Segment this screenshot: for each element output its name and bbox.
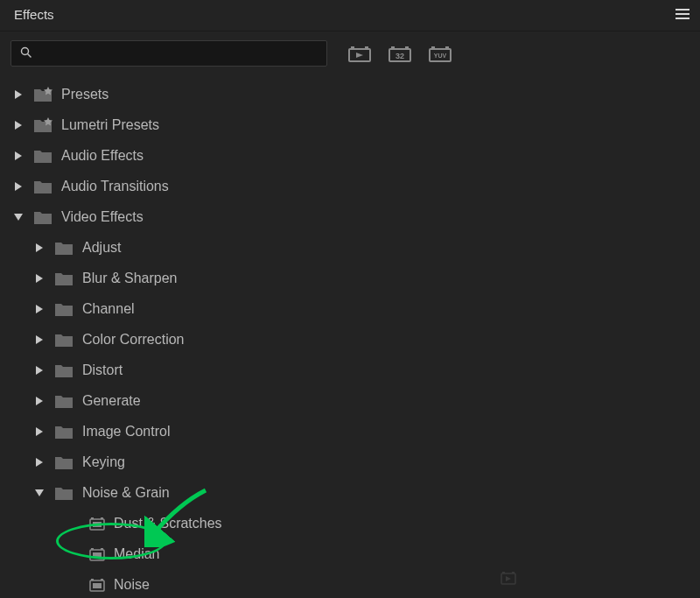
- svg-rect-19: [93, 522, 102, 527]
- filter-32bit-button[interactable]: 32: [385, 43, 415, 65]
- tree-item-label: Lumetri Presets: [61, 117, 159, 133]
- tree-item-channel[interactable]: Channel: [7, 293, 693, 324]
- effect-label: Noise: [114, 577, 150, 593]
- tree-item-label: Audio Effects: [61, 148, 144, 164]
- tree-item-lumetri-presets[interactable]: Lumetri Presets: [7, 109, 693, 140]
- tree-item-label: Color Correction: [82, 332, 184, 348]
- effect-dust-scratches[interactable]: • Dust & Scratches: [7, 508, 693, 538]
- tree-item-label: Blur & Sharpen: [82, 271, 178, 286]
- tree-item-audio-transitions[interactable]: Audio Transitions: [7, 171, 693, 201]
- tree-item-color-correction[interactable]: Color Correction: [7, 324, 693, 355]
- chevron-down-icon: [33, 489, 46, 496]
- tree-item-presets[interactable]: Presets: [7, 79, 693, 109]
- svg-point-3: [22, 47, 29, 54]
- chevron-right-icon: [12, 151, 24, 160]
- tree-item-label: Noise & Grain: [82, 485, 170, 501]
- tree-item-label: Generate: [82, 393, 141, 409]
- folder-star-icon: [33, 87, 52, 102]
- svg-text:32: 32: [396, 52, 404, 60]
- tree-item-keying[interactable]: Keying: [7, 447, 693, 477]
- panel-title: Effects: [14, 7, 54, 22]
- tree-item-video-effects[interactable]: Video Effects: [7, 201, 693, 232]
- tree-item-label: Video Effects: [61, 209, 144, 225]
- chevron-right-icon: [33, 427, 46, 436]
- effect-icon: [89, 578, 105, 592]
- folder-star-icon: [33, 117, 52, 133]
- panel-header: Effects: [0, 0, 700, 32]
- folder-icon: [33, 209, 52, 225]
- tree-item-label: Image Control: [82, 424, 171, 440]
- folder-icon: [54, 393, 74, 409]
- svg-rect-27: [93, 583, 102, 588]
- folder-icon: [54, 362, 74, 378]
- tree-item-distort[interactable]: Distort: [7, 355, 693, 385]
- tree-item-label: Keying: [82, 454, 125, 470]
- chevron-right-icon: [33, 366, 46, 375]
- effect-icon: [89, 517, 105, 531]
- tree-item-label: Audio Transitions: [61, 179, 169, 194]
- svg-text:YUV: YUV: [434, 53, 447, 59]
- chevron-right-icon: [12, 90, 24, 99]
- chevron-right-icon: [33, 274, 46, 283]
- effect-label: Dust & Scratches: [114, 516, 222, 531]
- svg-line-4: [28, 53, 32, 57]
- folder-icon: [33, 148, 52, 164]
- tree-item-audio-effects[interactable]: Audio Effects: [7, 140, 693, 171]
- panel-menu-icon[interactable]: [676, 7, 690, 23]
- folder-icon: [33, 179, 52, 194]
- tree-item-adjust[interactable]: Adjust: [7, 232, 693, 263]
- folder-icon: [54, 301, 74, 317]
- folder-icon: [54, 332, 74, 348]
- search-icon: [20, 46, 32, 61]
- chevron-right-icon: [12, 121, 24, 130]
- effect-icon: [89, 547, 105, 561]
- chevron-right-icon: [33, 335, 46, 344]
- chevron-right-icon: [33, 305, 46, 313]
- new-preset-bin-button[interactable]: [345, 43, 374, 65]
- toolbar-buttons: 32 YUV: [345, 43, 455, 65]
- tree-item-label: Distort: [82, 362, 122, 378]
- folder-icon: [54, 424, 74, 440]
- search-input[interactable]: [39, 46, 318, 60]
- effect-noise[interactable]: • Noise: [7, 569, 693, 598]
- effect-median[interactable]: • Median: [7, 538, 693, 569]
- folder-icon: [54, 240, 74, 256]
- tree-item-label: Adjust: [82, 240, 121, 256]
- chevron-right-icon: [12, 182, 24, 191]
- tree-item-noise-grain[interactable]: Noise & Grain: [7, 477, 693, 508]
- search-box[interactable]: [10, 40, 327, 67]
- chevron-right-icon: [33, 243, 46, 252]
- toolbar: 32 YUV: [0, 32, 700, 74]
- chevron-right-icon: [33, 397, 46, 405]
- tree-item-blur-sharpen[interactable]: Blur & Sharpen: [7, 263, 693, 293]
- chevron-right-icon: [33, 458, 46, 467]
- filter-yuv-button[interactable]: YUV: [425, 43, 455, 65]
- accelerated-effect-icon: [500, 571, 516, 587]
- svg-rect-23: [93, 552, 102, 558]
- tree-item-generate[interactable]: Generate: [7, 385, 693, 416]
- effects-tree: Presets Lumetri Presets Audio Effects Au…: [0, 74, 700, 598]
- tree-item-label: Channel: [82, 301, 135, 317]
- folder-icon: [54, 454, 74, 470]
- tree-item-label: Presets: [61, 87, 108, 102]
- folder-icon: [54, 485, 74, 501]
- folder-icon: [54, 271, 74, 286]
- effect-label: Median: [114, 546, 159, 562]
- chevron-down-icon: [12, 214, 24, 221]
- tree-item-image-control[interactable]: Image Control: [7, 416, 693, 447]
